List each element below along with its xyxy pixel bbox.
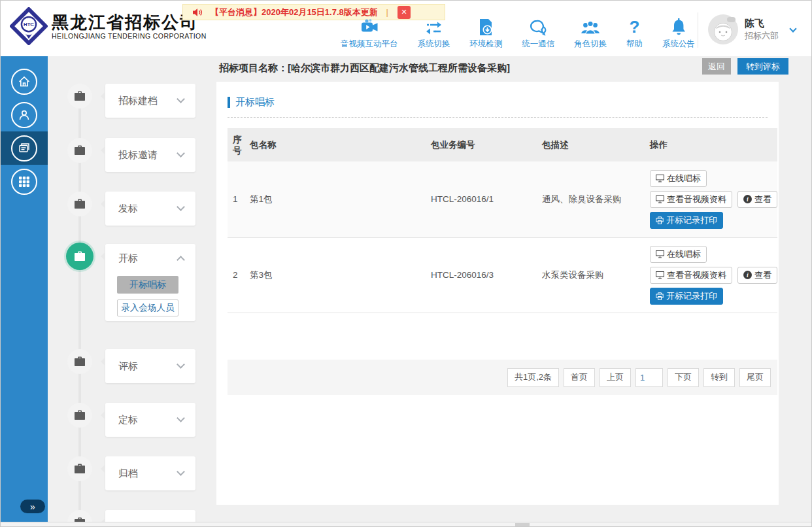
sidebar-item-home[interactable] (1, 65, 48, 98)
table-row: 2 第3包 HTCL-206016/3 水泵类设备采购 在线唱标 (228, 237, 777, 313)
briefcase-icon (67, 403, 92, 428)
first-page-button[interactable]: 首页 (564, 368, 595, 387)
speaker-icon (192, 8, 203, 17)
view-av-material-button[interactable]: 查看音视频资料 (650, 267, 732, 284)
project-header-row: 招标项目名称：[哈尔滨市群力西区配建污水管线工程所需设备采购] 返回 转到评标 (219, 60, 798, 79)
nav-help[interactable]: ? 帮助 (626, 16, 643, 50)
user-name: 陈飞 (745, 17, 779, 30)
view-button[interactable]: i 查看 (737, 267, 777, 284)
top-nav: 音视频互动平台 系统切换 (341, 16, 695, 50)
goto-evaluation-button[interactable]: 转到评标 (737, 58, 788, 75)
company-name-en: HEILONGJIANG TENDERING CORPORATION (52, 32, 207, 40)
chat-bubbles-icon (529, 16, 547, 36)
home-icon (11, 69, 37, 95)
cell-package-desc: 水泵类设备采购 (537, 237, 645, 313)
briefcase-icon (67, 84, 92, 109)
briefcase-icon (67, 349, 92, 374)
col-package-desc: 包描述 (537, 128, 645, 162)
user-menu[interactable]: 陈飞 招标六部 (708, 14, 796, 44)
nav-system-switch[interactable]: 系统切换 (417, 16, 450, 50)
view-button[interactable]: i 查看 (737, 191, 777, 208)
nav-unified-comm[interactable]: 统一通信 (522, 16, 554, 50)
goto-page-button[interactable]: 转到 (703, 368, 735, 387)
switch-arrows-icon (425, 16, 443, 36)
section-title: 开标唱标 (228, 96, 275, 109)
logo-diamond-icon: HTC (10, 7, 48, 45)
content-panel: 开标唱标 序号 包名称 包业务编号 包描述 操作 1 第1包 HTCL-2060… (216, 82, 779, 505)
last-page-button[interactable]: 尾页 (739, 368, 771, 387)
chevron-down-icon (177, 360, 185, 369)
submenu-open-bid-reading[interactable]: 开标唱标 (117, 276, 178, 294)
help-icon: ? (630, 16, 640, 36)
sidebar-item-user[interactable] (1, 98, 48, 131)
timeline-step-jianli: 招标建档 (67, 84, 195, 118)
next-page-button[interactable]: 下页 (668, 368, 699, 387)
video-camera-icon (360, 16, 379, 36)
dashed-divider (228, 117, 768, 118)
nav-env-check[interactable]: 环境检测 (469, 16, 502, 50)
sidebar-item-apps[interactable] (1, 165, 48, 198)
monitor-icon (656, 271, 664, 279)
print-bid-record-button[interactable]: 开标记录打印 (650, 288, 723, 305)
apps-grid-icon (11, 169, 37, 195)
cell-seq: 2 (228, 237, 245, 313)
timeline-step-pingbiao: 评标 (67, 349, 195, 383)
print-bid-record-button[interactable]: 开标记录打印 (650, 212, 723, 229)
back-button[interactable]: 返回 (702, 58, 731, 75)
nav-system-announcement[interactable]: 系统公告 (662, 16, 695, 50)
section-title-bar (228, 97, 230, 108)
page-number-input[interactable] (635, 368, 663, 387)
timeline-step-guidang: 归档 (67, 456, 195, 490)
sidebar-item-projects[interactable] (1, 131, 48, 165)
printer-icon (656, 292, 664, 300)
left-icon-sidebar: » (1, 56, 48, 526)
document-download-icon (479, 16, 493, 36)
monitor-icon (656, 250, 664, 258)
user-icon (11, 102, 37, 128)
briefcase-icon (67, 138, 92, 163)
monitor-icon (656, 175, 664, 182)
submenu-enter-venue-staff[interactable]: 录入会场人员 (117, 299, 178, 316)
timeline-step-card[interactable]: 评标 (105, 349, 195, 383)
timeline-step-card[interactable]: 投标邀请 (105, 138, 195, 172)
avatar (708, 14, 738, 44)
svg-text:HTC: HTC (24, 22, 34, 27)
cell-package-name: 第1包 (245, 162, 426, 237)
horizontal-scrollbar[interactable] (1, 522, 811, 526)
view-av-material-button[interactable]: 查看音视频资料 (650, 191, 732, 208)
bell-icon (671, 16, 686, 36)
table-header-row: 序号 包名称 包业务编号 包描述 操作 (228, 128, 777, 162)
timeline-step-card[interactable]: 开标 (105, 244, 195, 273)
prev-page-button[interactable]: 上页 (600, 368, 631, 387)
nav-av-platform[interactable]: 音视频互动平台 (341, 16, 398, 50)
sidebar-collapse-button[interactable]: » (20, 500, 45, 513)
timeline-step-card[interactable]: 归档 (105, 456, 195, 490)
online-bid-reading-button[interactable]: 在线唱标 (650, 246, 707, 263)
briefcase-icon (67, 192, 92, 216)
timeline-step-card[interactable]: 招标建档 (105, 84, 195, 118)
project-card-icon (11, 135, 37, 162)
pagination-summary: 共1页,2条 (507, 368, 559, 387)
app-window: HTC 黑龙江省招标公司 HEILONGJIANG TENDERING CORP… (0, 0, 812, 527)
briefcase-icon (66, 243, 93, 270)
cell-actions: 在线唱标 查看音视频资料 i 查看 (645, 162, 777, 237)
chevron-down-icon[interactable] (789, 25, 796, 32)
briefcase-icon (67, 456, 92, 481)
table-row: 1 第1包 HTCL-206016/1 通风、除臭设备采购 在线唱标 (228, 162, 777, 237)
timeline-step-card[interactable]: 定标 (105, 403, 195, 437)
col-package-name: 包名称 (245, 128, 426, 162)
top-header: HTC 黑龙江省招标公司 HEILONGJIANG TENDERING CORP… (1, 1, 811, 56)
timeline-step-dingbiao: 定标 (67, 403, 195, 437)
col-package-code: 包业务编号 (426, 128, 537, 162)
cell-actions: 在线唱标 查看音视频资料 i 查看 (645, 237, 777, 313)
info-icon: i (743, 195, 752, 203)
chevron-down-icon (177, 203, 185, 211)
info-icon: i (743, 271, 752, 279)
printer-icon (656, 216, 664, 224)
timeline-step-card[interactable]: 发标 (105, 192, 195, 226)
nav-role-switch[interactable]: 角色切换 (574, 16, 607, 50)
pagination: 共1页,2条 首页 上页 下页 转到 尾页 (228, 360, 777, 395)
online-bid-reading-button[interactable]: 在线唱标 (650, 170, 707, 187)
scrollbar-thumb[interactable] (515, 523, 530, 526)
timeline-step-fabiao: 发标 (67, 192, 195, 226)
